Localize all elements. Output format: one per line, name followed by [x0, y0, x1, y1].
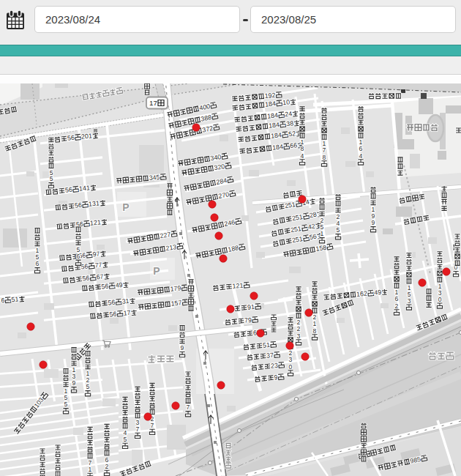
svg-text:5: 5 — [86, 383, 90, 390]
svg-text:162: 162 — [356, 290, 368, 298]
svg-text:P: P — [122, 201, 129, 213]
svg-text:2: 2 — [395, 302, 399, 310]
svg-text:56: 56 — [109, 310, 117, 319]
svg-text:56: 56 — [101, 283, 109, 291]
svg-text:67: 67 — [96, 273, 104, 281]
svg-text:56: 56 — [108, 299, 116, 307]
svg-text:38: 38 — [286, 119, 294, 127]
svg-text:4: 4 — [359, 152, 363, 160]
svg-text:345: 345 — [149, 174, 160, 182]
svg-text:77: 77 — [94, 261, 102, 269]
svg-text:28: 28 — [309, 211, 318, 220]
svg-text:141: 141 — [79, 184, 91, 192]
svg-text:6: 6 — [77, 253, 80, 260]
svg-text:7: 7 — [151, 422, 154, 429]
svg-text:51: 51 — [11, 295, 19, 303]
svg-text:56: 56 — [75, 201, 83, 209]
svg-text:7: 7 — [187, 404, 190, 411]
svg-text:192: 192 — [264, 92, 276, 100]
svg-text:8: 8 — [323, 154, 326, 161]
svg-text:P: P — [153, 265, 160, 277]
svg-text:79: 79 — [244, 316, 252, 324]
svg-text:51: 51 — [263, 341, 271, 349]
svg-text:52: 52 — [288, 130, 296, 138]
svg-text:49: 49 — [115, 281, 123, 289]
svg-text:157: 157 — [170, 299, 182, 307]
svg-text:3: 3 — [408, 297, 411, 305]
svg-text:184: 184 — [269, 121, 280, 129]
svg-text:56: 56 — [65, 186, 73, 194]
svg-text:42: 42 — [307, 223, 316, 231]
svg-text:97: 97 — [92, 250, 100, 259]
svg-text:10: 10 — [282, 98, 291, 106]
svg-text:184: 184 — [272, 143, 284, 151]
svg-text:7: 7 — [136, 425, 140, 433]
svg-text:179: 179 — [170, 284, 181, 292]
svg-text:4: 4 — [301, 152, 304, 160]
svg-text:2: 2 — [105, 463, 109, 470]
svg-text:56: 56 — [67, 134, 75, 142]
svg-text:3: 3 — [297, 332, 301, 340]
svg-text:9: 9 — [72, 379, 76, 387]
svg-text:31: 31 — [121, 297, 130, 305]
svg-text:9: 9 — [372, 219, 375, 226]
svg-text:56: 56 — [309, 233, 318, 242]
svg-text:131: 131 — [89, 199, 100, 207]
svg-text:37: 37 — [266, 352, 274, 360]
svg-text:49: 49 — [374, 289, 382, 297]
svg-text:184: 184 — [267, 111, 279, 119]
svg-text:9: 9 — [181, 344, 184, 352]
svg-text:121: 121 — [90, 218, 102, 226]
svg-text:1: 1 — [89, 466, 92, 473]
svg-text:0: 0 — [438, 296, 442, 303]
svg-text:5: 5 — [337, 226, 340, 234]
svg-text:5: 5 — [50, 175, 53, 182]
svg-text:5: 5 — [64, 401, 68, 408]
svg-text:23: 23 — [271, 362, 279, 370]
svg-text:184: 184 — [271, 131, 282, 139]
svg-text:6: 6 — [36, 260, 40, 267]
svg-text:17: 17 — [123, 309, 131, 317]
svg-text:56: 56 — [82, 275, 90, 283]
svg-text:17: 17 — [149, 99, 157, 107]
svg-text:91: 91 — [247, 303, 255, 311]
svg-text:8: 8 — [313, 327, 317, 335]
svg-text:24: 24 — [285, 110, 293, 118]
svg-text:66: 66 — [290, 141, 298, 149]
svg-text:121: 121 — [232, 282, 244, 290]
svg-text:184: 184 — [265, 100, 277, 108]
svg-text:0: 0 — [289, 363, 293, 371]
svg-text:5: 5 — [124, 436, 127, 443]
svg-text:1: 1 — [321, 230, 324, 237]
svg-text:201: 201 — [81, 132, 93, 140]
